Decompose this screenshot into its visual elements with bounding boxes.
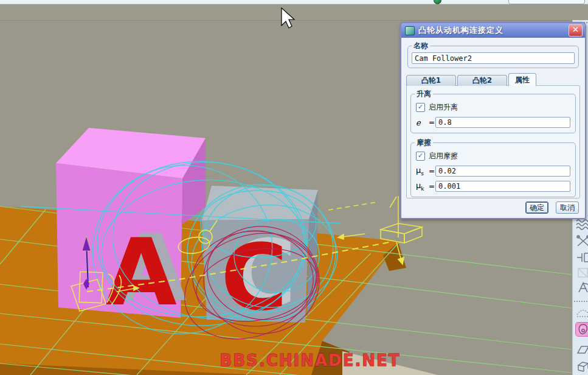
equals-sign: = — [428, 167, 435, 175]
friction-group: 摩擦 ✓ 启用摩擦 μs = μk = — [410, 138, 576, 197]
belt-icon[interactable] — [576, 343, 588, 356]
kinetic-friction-input[interactable] — [435, 181, 570, 192]
contact-icon[interactable] — [576, 360, 588, 373]
top-toolbar-field — [508, 0, 585, 4]
cam-follower-dialog: 凸轮从动机构连接定义 ✕ 名称 凸轮1 凸轮2 属性 升离 ✓ 启用升离 e =… — [400, 22, 586, 219]
slot-icon[interactable] — [576, 304, 588, 318]
top-strip — [0, 0, 588, 4]
enable-liftoff-checkbox[interactable]: ✓ — [416, 103, 425, 112]
mu-k-sub: k — [421, 186, 424, 192]
block-a[interactable]: A A — [56, 128, 206, 326]
tab-strip: 凸轮1 凸轮2 属性 — [406, 73, 580, 86]
tab-cam1[interactable]: 凸轮1 — [406, 75, 456, 86]
name-group: 名称 — [407, 41, 579, 68]
dialog-title: 凸轮从动机构连接定义 — [418, 25, 503, 36]
e-param-label: e — [416, 118, 421, 127]
force-icon[interactable] — [576, 251, 588, 264]
letter-a: A — [105, 219, 177, 326]
enable-liftoff-label: 启用升离 — [429, 102, 458, 113]
friction-legend: 摩擦 — [415, 138, 433, 148]
gravity-icon[interactable] — [576, 266, 588, 279]
gear-icon[interactable] — [576, 281, 588, 294]
enable-friction-label: 启用摩擦 — [429, 151, 458, 161]
name-input[interactable] — [412, 52, 575, 64]
ok-button[interactable]: 确定 — [525, 202, 548, 214]
cancel-button[interactable]: 取消 — [556, 202, 579, 214]
liftoff-legend: 升离 — [415, 89, 433, 99]
name-group-legend: 名称 — [412, 41, 430, 51]
dialog-buttons: 确定 取消 — [525, 202, 579, 214]
close-icon[interactable]: ✕ — [569, 24, 583, 37]
watermark: BBS.CHINADE.NET — [220, 351, 400, 370]
spring-icon[interactable] — [576, 218, 588, 231]
static-friction-input[interactable] — [435, 166, 570, 177]
liftoff-group: 升离 ✓ 启用升离 e = — [410, 89, 576, 133]
mu-s-sub: s — [421, 170, 424, 177]
dialog-icon — [405, 26, 415, 35]
damper-icon[interactable] — [576, 234, 588, 248]
dialog-titlebar[interactable]: 凸轮从动机构连接定义 ✕ — [401, 23, 585, 38]
menu-bar — [0, 4, 588, 21]
equals-sign: = — [428, 182, 435, 191]
toolbar-separator — [574, 301, 588, 302]
enable-friction-checkbox[interactable]: ✓ — [416, 152, 425, 161]
tab-properties[interactable]: 属性 — [508, 73, 536, 86]
restitution-input[interactable] — [435, 117, 570, 128]
status-dot-icon — [434, 0, 441, 4]
tab-cam2[interactable]: 凸轮2 — [457, 75, 507, 86]
equals-sign: = — [428, 118, 435, 127]
cam-icon[interactable] — [576, 323, 588, 336]
properties-panel: 升离 ✓ 启用升离 e = 摩擦 ✓ 启用摩擦 μs = μ — [406, 85, 580, 198]
